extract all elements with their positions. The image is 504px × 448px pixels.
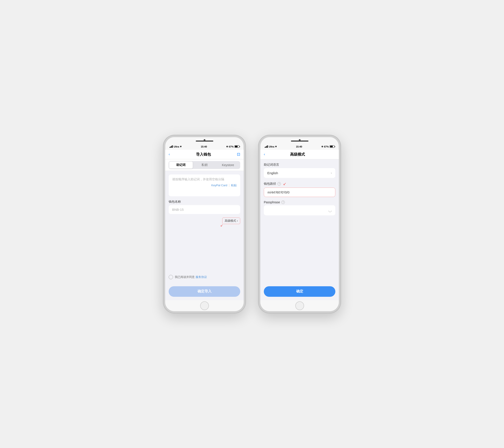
language-row[interactable]: English › [264, 168, 335, 178]
screen-1: ‹ 导入钱包 ⊡ 助记词 私钥 Keystore 请按顺序输入助记词，并使用空格… [165, 150, 244, 300]
signal-icon [170, 145, 173, 148]
confirm-button-2[interactable]: 确定 [264, 286, 335, 297]
battery-icon [234, 145, 239, 148]
wallet-path-help-icon[interactable]: ? [277, 182, 281, 186]
location-icon-2: ⊕ [321, 145, 323, 148]
red-arrow-icon: ↙ [220, 223, 223, 227]
carrier-label-2: Ultra [269, 145, 274, 148]
nav-title-1: 导入钱包 [196, 152, 211, 157]
nav-title-2: 高级模式 [290, 152, 305, 157]
confirm-import-button[interactable]: 确定导入 [169, 286, 240, 297]
phone-1: Ultra ▾ 15:40 ⊕ 67% ‹ 导入钱包 ⊡ 助记词 私钥 Keys… [163, 135, 245, 313]
passphrase-input-area[interactable]: ◡ [264, 205, 335, 215]
tab-mnemonic[interactable]: 助记词 [169, 162, 193, 168]
agreement-text: 我已阅读并同意 服务协议 [175, 275, 207, 279]
back-button-1[interactable]: ‹ [169, 152, 170, 156]
scan-button[interactable]: ⊡ [237, 152, 240, 157]
mnemonic-language-section: 助记词语言 English › [264, 163, 335, 178]
spacer [169, 228, 240, 270]
passphrase-section: Passphrase ? ◡ [264, 201, 335, 215]
passphrase-label: Passphrase [264, 201, 280, 204]
home-button-1[interactable] [200, 301, 209, 310]
agreement-row: 我已阅读并同意 服务协议 [169, 273, 240, 281]
status-left: Ultra ▾ [170, 145, 181, 148]
agreement-link[interactable]: 服务协议 [196, 275, 207, 279]
status-bar-1: Ultra ▾ 15:40 ⊕ 67% [165, 144, 244, 150]
carrier-label: Ultra [174, 145, 179, 148]
mnemonic-input-area[interactable]: 请按顺序输入助记词，并使用空格分隔 KeyPal Card 粘贴 [169, 174, 240, 196]
tab-keystore[interactable]: Keystore [216, 162, 240, 168]
status-bar-2: Ultra ▾ 15:40 ⊕ 67% [260, 144, 339, 150]
wallet-path-label: 钱包路径 [264, 182, 276, 186]
screen-2: ‹ 高级模式 助记词语言 English › 钱包路径 ? ↙ [260, 150, 339, 300]
spacer-2 [264, 219, 335, 281]
keypal-button[interactable]: KeyPal Card [211, 184, 227, 187]
wallet-path-input-container[interactable]: m/44'/60'/0'/0/0 [264, 187, 335, 197]
battery-fill-2 [330, 146, 333, 147]
phone-top-1 [165, 137, 244, 144]
location-icon: ⊕ [226, 145, 228, 148]
battery-percent-2: 67% [324, 145, 329, 148]
home-button-2[interactable] [295, 301, 304, 310]
agreement-checkbox[interactable] [169, 275, 173, 279]
red-arrow-2-icon: ↙ [283, 181, 286, 186]
wallet-name-input[interactable]: BNB-15 [169, 205, 240, 214]
battery-icon-2 [330, 145, 334, 148]
wallet-path-section: 钱包路径 ? ↙ m/44'/60'/0'/0/0 [264, 181, 335, 197]
home-indicator-2 [260, 300, 339, 311]
advanced-mode-button[interactable]: 高级模式 › ↙ [222, 218, 240, 224]
segment-tabs: 助记词 私钥 Keystore [165, 159, 244, 171]
phone-top-2 [260, 137, 339, 144]
content-1: 请按顺序输入助记词，并使用空格分隔 KeyPal Card 粘贴 钱包名称 BN… [165, 171, 244, 300]
wallet-name-section: 钱包名称 BNB-15 [169, 200, 240, 214]
nav-bar-2: ‹ 高级模式 [260, 150, 339, 159]
mnemonic-language-label: 助记词语言 [264, 163, 335, 167]
status-right-2: ⊕ 67% [321, 145, 334, 148]
wifi-icon: ▾ [180, 145, 181, 148]
speaker-bar-2 [291, 141, 308, 142]
paste-button[interactable]: 粘贴 [231, 183, 237, 187]
chevron-right-icon: › [331, 171, 332, 175]
status-left-2: Ultra ▾ [265, 145, 277, 148]
phone-2: Ultra ▾ 15:40 ⊕ 67% ‹ 高级模式 助记词语言 English [259, 135, 341, 313]
battery-fill [235, 146, 237, 147]
advanced-btn-container: 高级模式 › ↙ [169, 218, 240, 224]
eye-slash-icon[interactable]: ◡ [328, 208, 332, 213]
mnemonic-actions: KeyPal Card 粘贴 [172, 183, 237, 187]
mnemonic-placeholder: 请按顺序输入助记词，并使用空格分隔 [172, 177, 237, 182]
tab-private-key[interactable]: 私钥 [193, 162, 216, 168]
passphrase-label-row: Passphrase ? [264, 201, 335, 204]
wallet-name-label: 钱包名称 [169, 200, 240, 204]
nav-bar-1: ‹ 导入钱包 ⊡ [165, 150, 244, 159]
language-value: English [267, 171, 278, 175]
signal-icon-2 [265, 145, 268, 148]
time-label-2: 15:40 [296, 145, 302, 148]
passphrase-help-icon[interactable]: ? [281, 201, 285, 204]
wallet-path-label-row: 钱包路径 ? ↙ [264, 181, 335, 186]
wallet-path-input[interactable]: m/44'/60'/0'/0/0 [268, 190, 332, 194]
time-label: 15:40 [201, 145, 207, 148]
battery-percent: 67% [229, 145, 234, 148]
speaker-bar [196, 141, 213, 142]
tabs-container: 助记词 私钥 Keystore [169, 161, 240, 169]
wifi-icon-2: ▾ [275, 145, 277, 148]
divider [229, 184, 229, 187]
home-indicator-1 [165, 300, 244, 311]
status-right: ⊕ 67% [226, 145, 239, 148]
back-button-2[interactable]: ‹ [264, 152, 265, 156]
content-2: 助记词语言 English › 钱包路径 ? ↙ m/44'/60'/0'/0/… [260, 159, 339, 300]
